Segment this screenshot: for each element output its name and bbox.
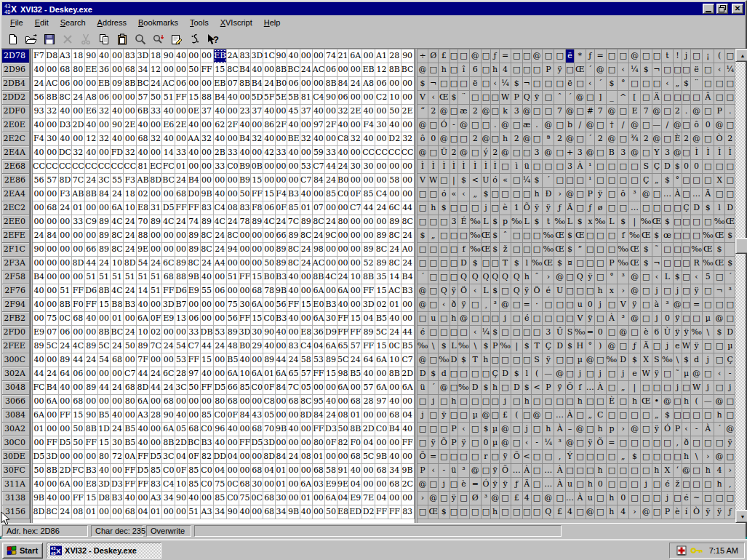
hex-cell[interactable]: FF <box>46 436 59 450</box>
hex-cell[interactable]: D6 <box>175 284 188 298</box>
hex-cell[interactable]: 40 <box>362 132 375 146</box>
hex-cell[interactable]: 00 <box>251 146 263 160</box>
hex-cell[interactable]: 24 <box>214 243 228 257</box>
hex-cell[interactable]: F4 <box>276 188 287 201</box>
char-cell[interactable]: @ <box>641 188 652 201</box>
hex-cell[interactable]: 5C <box>337 353 349 367</box>
hex-cell[interactable]: 90 <box>227 505 239 519</box>
char-cell[interactable]: □ <box>641 436 652 450</box>
hex-cell[interactable]: 40 <box>59 381 72 395</box>
char-cell[interactable]: Œ <box>482 243 492 257</box>
hex-cell[interactable]: 6A <box>137 395 150 409</box>
char-cell[interactable]: @ <box>458 119 470 132</box>
char-cell[interactable]: C <box>595 409 607 423</box>
hex-cell[interactable]: 68 <box>72 312 85 326</box>
hex-cell[interactable]: 24 <box>337 160 349 174</box>
char-cell[interactable]: › <box>618 423 629 436</box>
hex-cell[interactable]: 07 <box>227 77 239 91</box>
char-cell[interactable]: ÿ <box>586 271 595 284</box>
hex-cell[interactable]: 9E <box>137 243 150 257</box>
hex-cell[interactable]: 18 <box>150 49 162 63</box>
hex-cell[interactable]: 51 <box>162 91 175 105</box>
hex-cell[interactable]: 7C <box>72 174 85 188</box>
char-cell[interactable]: □ <box>662 284 674 298</box>
hex-cell[interactable]: 40 <box>337 119 349 132</box>
char-cell[interactable]: µ <box>491 423 500 436</box>
hex-cell[interactable]: 00 <box>111 63 124 77</box>
char-cell[interactable]: 0 <box>482 436 492 450</box>
char-cell-selected[interactable]: ë <box>566 49 575 63</box>
hex-cell[interactable]: 24 <box>388 326 402 340</box>
char-cell[interactable]: U <box>554 284 566 298</box>
char-cell[interactable]: ˆ <box>500 229 511 243</box>
hex-cell[interactable]: 00 <box>72 478 85 492</box>
char-cell[interactable]: □ <box>554 298 566 312</box>
hex-cell[interactable]: 8C <box>188 257 201 271</box>
char-cell[interactable]: D <box>618 353 629 367</box>
hex-cell[interactable]: 00 <box>388 492 402 505</box>
hex-cell[interactable]: 07 <box>46 326 59 340</box>
hex-cell[interactable]: 54 <box>175 340 188 353</box>
char-cell[interactable]: @ <box>554 271 566 284</box>
scroll-up-button[interactable]: ▲ <box>735 49 747 62</box>
hex-cell[interactable]: C7 <box>349 201 362 215</box>
hex-cell[interactable]: 0F <box>349 188 362 201</box>
hex-cell[interactable]: 51 <box>98 271 111 284</box>
hex-cell[interactable]: 00 <box>85 450 98 464</box>
char-cell[interactable]: @ <box>714 450 726 464</box>
hex-cell[interactable]: 24 <box>175 174 188 188</box>
menu-edit[interactable]: Edit <box>29 17 55 29</box>
char-cell[interactable]: = <box>470 478 482 492</box>
hex-cell[interactable]: 00 <box>188 395 201 409</box>
hex-cell[interactable]: 00 <box>72 77 85 91</box>
char-cell[interactable]: □ <box>575 174 586 188</box>
char-cell[interactable]: ° <box>586 340 595 353</box>
hex-cell[interactable]: 33 <box>325 146 337 160</box>
hex-cell[interactable]: A4 <box>214 257 228 271</box>
char-cell[interactable]: $ <box>450 91 458 105</box>
hex-cell[interactable]: C0 <box>251 381 263 395</box>
hex-cell[interactable]: 58 <box>300 353 313 367</box>
hex-cell[interactable]: 37 <box>251 105 263 119</box>
char-cell[interactable]: ÿ <box>682 326 691 340</box>
char-cell[interactable]: › <box>725 464 735 478</box>
hex-cell[interactable]: 32 <box>201 132 214 146</box>
char-cell[interactable]: $ <box>607 77 618 91</box>
char-cell[interactable]: □ <box>682 146 691 160</box>
char-cell[interactable]: □ <box>641 77 652 91</box>
hex-cell[interactable]: D5 <box>214 381 228 395</box>
char-cell[interactable]: Q <box>523 91 532 105</box>
hex-cell[interactable]: 9B <box>375 450 388 464</box>
char-cell[interactable]: j <box>418 409 429 423</box>
char-cell[interactable]: $ <box>482 340 492 353</box>
char-cell[interactable]: D <box>418 367 429 381</box>
char-cell[interactable]: □ <box>500 353 511 367</box>
char-cell[interactable]: Ì <box>439 160 450 174</box>
hex-cell[interactable]: 00 <box>188 77 201 91</box>
hex-cell[interactable]: 80 <box>313 436 325 450</box>
hex-cell[interactable]: 15 <box>251 312 263 326</box>
char-cell[interactable]: Ù <box>662 326 674 340</box>
char-cell[interactable]: D <box>458 257 470 271</box>
char-cell[interactable]: □ <box>641 271 652 284</box>
hex-cell[interactable]: 40 <box>300 505 313 519</box>
char-cell[interactable]: ÿ <box>523 284 532 298</box>
char-cell[interactable]: | <box>511 340 523 353</box>
char-cell[interactable]: $ <box>682 353 691 367</box>
char-cell[interactable]: ë <box>691 63 703 77</box>
char-cell[interactable]: □ <box>500 188 511 201</box>
hex-cell[interactable]: 00 <box>239 91 252 105</box>
char-cell[interactable]: □ <box>618 160 629 174</box>
char-cell[interactable]: □ <box>586 91 595 105</box>
char-cell[interactable]: □ <box>566 367 575 381</box>
hex-cell[interactable]: 8C <box>388 229 402 243</box>
hex-cell[interactable]: 33 <box>188 326 201 340</box>
hex-cell[interactable]: 0F <box>276 201 287 215</box>
char-cell[interactable]: Ð <box>543 188 554 201</box>
char-cell[interactable]: ³ <box>618 271 629 284</box>
hex-cell[interactable]: 7C <box>150 340 162 353</box>
hex-cell[interactable]: 05 <box>175 423 188 436</box>
address-cell[interactable]: 3138 <box>2 492 30 505</box>
char-cell[interactable]: □ <box>586 367 595 381</box>
char-cell[interactable]: □ <box>607 160 618 174</box>
